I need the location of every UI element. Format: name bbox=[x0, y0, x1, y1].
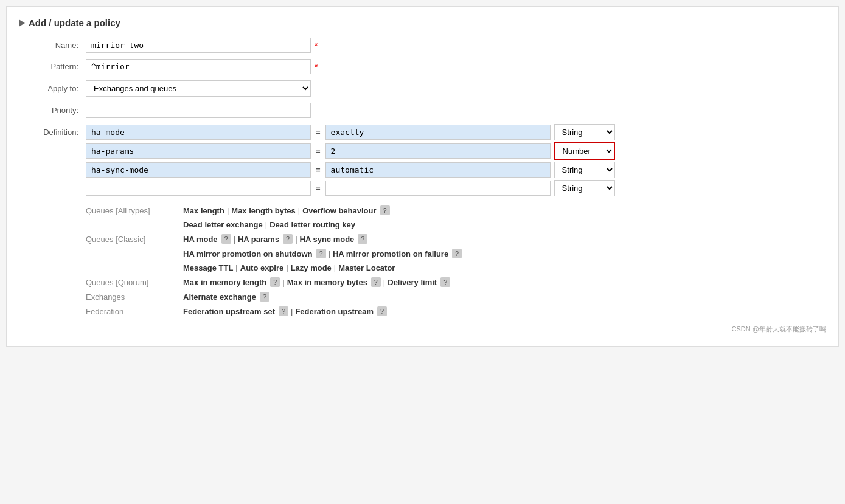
hint-delivery-limit[interactable]: Delivery limit bbox=[388, 278, 437, 287]
hint-federation-upstream[interactable]: Federation upstream bbox=[295, 307, 374, 316]
def-val-3[interactable] bbox=[325, 162, 551, 178]
hint-cat-queues-all: Queues [All types] bbox=[86, 205, 183, 215]
name-label: Name: bbox=[19, 41, 86, 50]
hint-max-length[interactable]: Max length bbox=[183, 206, 224, 215]
watermark: CSDN @年龄大就不能搬砖了吗 bbox=[19, 321, 826, 334]
def-equals-1: = bbox=[316, 128, 321, 137]
section-header: Add / update a policy bbox=[19, 13, 826, 28]
hint-help-max-in-memory-bytes[interactable]: ? bbox=[371, 277, 381, 287]
hint-links-queues-all-1: Max length | Max length bytes | Overflow… bbox=[183, 205, 390, 215]
hint-ha-mode[interactable]: HA mode bbox=[183, 235, 218, 244]
hint-cat-empty-3 bbox=[86, 263, 183, 264]
page-container: Add / update a policy Name: * Pattern: *… bbox=[6, 6, 839, 347]
def-key-3[interactable] bbox=[86, 162, 311, 178]
hint-row-queues-all-1: Queues [All types] Max length | Max leng… bbox=[86, 205, 826, 215]
priority-input[interactable] bbox=[86, 103, 311, 118]
hint-sep-3: | bbox=[265, 220, 267, 229]
hint-help-overflow[interactable]: ? bbox=[380, 205, 390, 215]
name-required: * bbox=[315, 41, 318, 50]
name-input[interactable] bbox=[86, 38, 311, 53]
hint-links-quorum: Max in memory length ? | Max in memory b… bbox=[183, 277, 450, 287]
def-type-4[interactable]: String Number Boolean List bbox=[554, 180, 615, 196]
hints-section: Queues [All types] Max length | Max leng… bbox=[86, 205, 826, 316]
hint-help-alternate-exchange[interactable]: ? bbox=[260, 292, 269, 302]
hint-ha-mirror-shutdown[interactable]: HA mirror promotion on shutdown bbox=[183, 249, 313, 258]
def-type-1[interactable]: String Number Boolean List bbox=[554, 124, 615, 140]
def-val-1[interactable] bbox=[325, 125, 551, 140]
hint-sep-8: | bbox=[286, 263, 288, 272]
hint-master-locator[interactable]: Master Locator bbox=[338, 263, 395, 272]
hint-message-ttl[interactable]: Message TTL bbox=[183, 263, 233, 272]
hint-help-ha-mirror-failure[interactable]: ? bbox=[452, 249, 462, 258]
hint-auto-expire[interactable]: Auto expire bbox=[240, 263, 284, 272]
hint-links-classic-1: HA mode ? | HA params ? | HA sync mode ? bbox=[183, 234, 367, 244]
hint-cat-federation: Federation bbox=[86, 306, 183, 316]
hint-help-max-in-memory-length[interactable]: ? bbox=[270, 277, 280, 287]
hint-cat-queues-classic: Queues [Classic] bbox=[86, 234, 183, 244]
pattern-label: Pattern: bbox=[19, 62, 86, 71]
hint-ha-sync-mode[interactable]: HA sync mode bbox=[300, 235, 355, 244]
hint-row-classic-2: HA mirror promotion on shutdown ? | HA m… bbox=[86, 249, 826, 258]
hint-row-federation: Federation Federation upstream set ? | F… bbox=[86, 306, 826, 316]
hint-lazy-mode[interactable]: Lazy mode bbox=[291, 263, 332, 272]
def-key-4[interactable] bbox=[86, 181, 311, 196]
hint-links-queues-all-2: Dead letter exchange | Dead letter routi… bbox=[183, 220, 355, 229]
section-title: Add / update a policy bbox=[29, 18, 120, 28]
def-type-3[interactable]: String Number Boolean List bbox=[554, 162, 615, 178]
hint-links-exchanges: Alternate exchange ? bbox=[183, 292, 269, 302]
hint-sep-4: | bbox=[234, 235, 235, 244]
hint-links-classic-2: HA mirror promotion on shutdown ? | HA m… bbox=[183, 249, 462, 258]
def-equals-3: = bbox=[316, 165, 321, 174]
apply-to-label: Apply to: bbox=[19, 84, 86, 93]
hint-max-length-bytes[interactable]: Max length bytes bbox=[231, 206, 295, 215]
def-row-4: = String Number Boolean List bbox=[86, 180, 826, 196]
hint-ha-mirror-failure[interactable]: HA mirror promotion on failure bbox=[333, 249, 448, 258]
hint-sep-10: | bbox=[282, 278, 284, 287]
hint-row-classic-1: Queues [Classic] HA mode ? | HA params ?… bbox=[86, 234, 826, 244]
hint-row-quorum: Queues [Quorum] Max in memory length ? |… bbox=[86, 277, 826, 287]
def-equals-4: = bbox=[316, 184, 321, 193]
hint-help-ha-params[interactable]: ? bbox=[283, 234, 293, 244]
hint-row-queues-all-2: Dead letter exchange | Dead letter routi… bbox=[86, 220, 826, 229]
hint-cat-empty-1 bbox=[86, 220, 183, 221]
hint-help-ha-mirror-shutdown[interactable]: ? bbox=[316, 249, 326, 258]
hint-max-in-memory-length[interactable]: Max in memory length bbox=[183, 278, 266, 287]
apply-to-select[interactable]: Exchanges and queues Exchanges Queues bbox=[86, 80, 311, 97]
def-row-1: = String Number Boolean List bbox=[86, 124, 826, 140]
def-key-1[interactable] bbox=[86, 125, 311, 140]
hint-cat-empty-2 bbox=[86, 249, 183, 249]
hint-max-in-memory-bytes[interactable]: Max in memory bytes bbox=[287, 278, 367, 287]
def-key-2[interactable] bbox=[86, 143, 311, 159]
hint-ha-params[interactable]: HA params bbox=[238, 235, 279, 244]
hint-sep-9: | bbox=[334, 263, 336, 272]
priority-row: Priority: bbox=[19, 103, 826, 118]
hint-row-exchanges: Exchanges Alternate exchange ? bbox=[86, 292, 826, 302]
hint-help-federation-upstream-set[interactable]: ? bbox=[279, 306, 288, 316]
hint-overflow-behaviour[interactable]: Overflow behaviour bbox=[302, 206, 376, 215]
hint-dead-letter-routing-key[interactable]: Dead letter routing key bbox=[269, 220, 355, 229]
definition-label: Definition: bbox=[19, 124, 86, 137]
def-val-2[interactable] bbox=[325, 143, 551, 159]
hint-sep-12: | bbox=[291, 307, 293, 316]
hint-help-ha-mode[interactable]: ? bbox=[221, 234, 231, 244]
hint-cat-exchanges: Exchanges bbox=[86, 292, 183, 302]
hint-help-ha-sync[interactable]: ? bbox=[358, 234, 367, 244]
collapse-icon[interactable] bbox=[19, 19, 25, 27]
definition-rows: = String Number Boolean List = String Nu… bbox=[86, 124, 826, 198]
definition-section: Definition: = String Number Boolean List… bbox=[19, 124, 826, 198]
hint-links-classic-3: Message TTL | Auto expire | Lazy mode | … bbox=[183, 263, 395, 272]
hint-alternate-exchange[interactable]: Alternate exchange bbox=[183, 292, 256, 302]
pattern-input[interactable] bbox=[86, 59, 311, 74]
hint-federation-upstream-set[interactable]: Federation upstream set bbox=[183, 307, 275, 316]
name-row: Name: * bbox=[19, 38, 826, 53]
def-type-2[interactable]: String Number Boolean List bbox=[554, 142, 615, 160]
hint-dead-letter-exchange[interactable]: Dead letter exchange bbox=[183, 220, 263, 229]
hint-sep-1: | bbox=[227, 206, 229, 215]
def-row-3: = String Number Boolean List bbox=[86, 162, 826, 178]
hint-cat-queues-quorum: Queues [Quorum] bbox=[86, 277, 183, 287]
def-val-4[interactable] bbox=[325, 181, 551, 196]
hint-help-delivery-limit[interactable]: ? bbox=[440, 277, 450, 287]
hint-help-federation-upstream[interactable]: ? bbox=[377, 306, 387, 316]
def-row-2: = String Number Boolean List bbox=[86, 142, 826, 160]
pattern-required: * bbox=[315, 62, 318, 72]
